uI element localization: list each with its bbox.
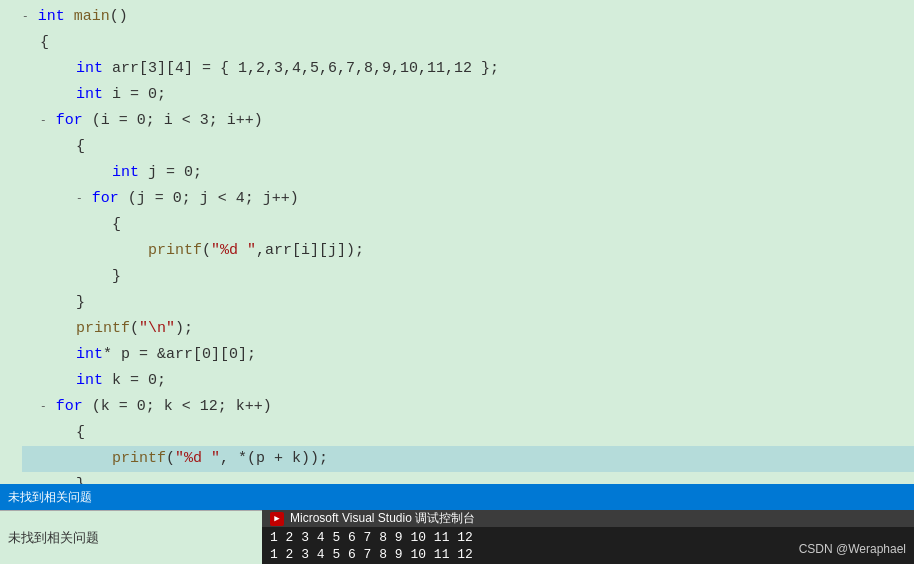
status-text: 未找到相关问题 [8, 489, 92, 506]
console-panel: ▶ Microsoft Visual Studio 调试控制台 1 2 3 4 … [262, 510, 914, 564]
code-line-11: } [22, 264, 914, 290]
console-attribution: CSDN @Weraphael [799, 542, 906, 556]
vs-icon: ▶ [270, 512, 284, 526]
console-title-bar: ▶ Microsoft Visual Studio 调试控制台 [262, 510, 914, 527]
code-line-12: } [22, 290, 914, 316]
code-content: - int main() { int arr[3][4] = { 1,2,3,4… [18, 0, 914, 510]
code-line-13: printf("\n"); [22, 316, 914, 342]
code-line-6: { [22, 134, 914, 160]
code-line-3: int arr[3][4] = { 1,2,3,4,5,6,7,8,9,10,1… [22, 56, 914, 82]
bottom-status-label: 未找到相关问题 [8, 529, 99, 547]
code-line-16: - for (k = 0; k < 12; k++) [22, 394, 914, 420]
code-line-14: int* p = &arr[0][0]; [22, 342, 914, 368]
code-line-8: - for (j = 0; j < 4; j++) [22, 186, 914, 212]
status-bar: 未找到相关问题 [0, 484, 914, 510]
code-line-10: printf("%d ",arr[i][j]); [22, 238, 914, 264]
console-title: Microsoft Visual Studio 调试控制台 [290, 510, 475, 527]
bottom-left-panel: 未找到相关问题 [0, 510, 262, 564]
code-line-1: - int main() [22, 4, 914, 30]
code-line-18: printf("%d ", *(p + k)); [22, 446, 914, 472]
code-line-9: { [22, 212, 914, 238]
code-line-5: - for (i = 0; i < 3; i++) [22, 108, 914, 134]
code-line-15: int k = 0; [22, 368, 914, 394]
editor-area: - int main() { int arr[3][4] = { 1,2,3,4… [0, 0, 914, 510]
code-line-17: { [22, 420, 914, 446]
code-line-4: int i = 0; [22, 82, 914, 108]
code-line-2: { [22, 30, 914, 56]
code-line-7: int j = 0; [22, 160, 914, 186]
